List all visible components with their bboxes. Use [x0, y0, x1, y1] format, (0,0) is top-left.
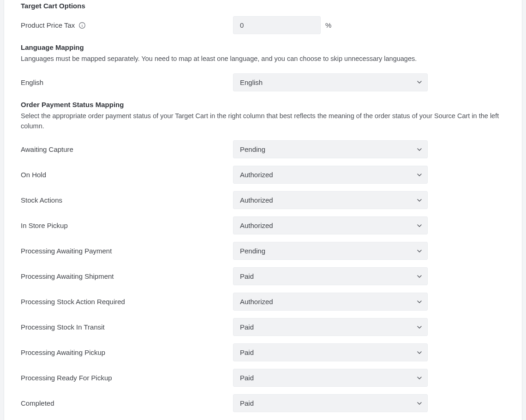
order-status-select-9[interactable]: PendingAuthorizedPaid: [233, 369, 428, 387]
language-select-0[interactable]: English: [233, 73, 428, 91]
product-price-tax-label: Product Price Tax: [21, 21, 75, 29]
language-mapping-desc: Languages must be mapped separately. You…: [21, 54, 505, 64]
order-status-row: Processing Awaiting PaymentPendingAuthor…: [21, 242, 505, 260]
order-status-row: Processing Awaiting ShipmentPendingAutho…: [21, 267, 505, 285]
language-row: EnglishEnglish: [21, 73, 505, 91]
order-status-row: On HoldPendingAuthorizedPaid: [21, 166, 505, 184]
order-status-row: Processing Awaiting PickupPendingAuthori…: [21, 343, 505, 361]
order-status-select-8[interactable]: PendingAuthorizedPaid: [233, 343, 428, 361]
target-cart-options-heading: Target Cart Options: [21, 0, 505, 16]
order-status-row: Processing Stock In TransitPendingAuthor…: [21, 318, 505, 336]
order-status-row-label: Processing Ready For Pickup: [21, 374, 112, 382]
order-status-row-label: Processing Stock Action Required: [21, 298, 125, 306]
order-status-row-label: Processing Awaiting Pickup: [21, 348, 105, 356]
order-status-select-1[interactable]: PendingAuthorizedPaid: [233, 166, 428, 184]
order-status-select-4[interactable]: PendingAuthorizedPaid: [233, 242, 428, 260]
order-status-select-2[interactable]: PendingAuthorizedPaid: [233, 191, 428, 209]
order-status-row-label: Awaiting Capture: [21, 145, 73, 153]
order-status-row: Awaiting CapturePendingAuthorizedPaid: [21, 140, 505, 158]
order-status-row: In Store PickupPendingAuthorizedPaid: [21, 216, 505, 234]
info-icon[interactable]: [78, 22, 86, 29]
percent-unit: %: [325, 21, 331, 29]
order-status-row: Processing Ready For PickupPendingAuthor…: [21, 369, 505, 387]
order-status-row: Stock ActionsPendingAuthorizedPaid: [21, 191, 505, 209]
order-status-select-10[interactable]: PendingAuthorizedPaid: [233, 394, 428, 412]
language-row-label: English: [21, 78, 43, 86]
svg-point-2: [82, 24, 83, 24]
order-status-row: Processing Stock Action RequiredPendingA…: [21, 293, 505, 311]
product-price-tax-input[interactable]: [233, 16, 321, 34]
order-status-select-7[interactable]: PendingAuthorizedPaid: [233, 318, 428, 336]
order-status-row-label: Processing Awaiting Payment: [21, 247, 112, 255]
order-status-row-label: Completed: [21, 399, 54, 407]
order-status-row-label: In Store Pickup: [21, 222, 68, 229]
order-status-row: CompletedPendingAuthorizedPaid: [21, 394, 505, 412]
order-status-row-label: On Hold: [21, 171, 46, 179]
product-price-tax-row: Product Price Tax %: [21, 16, 505, 34]
settings-panel: Target Cart Options Product Price Tax % …: [4, 0, 522, 420]
order-status-row-label: Processing Awaiting Shipment: [21, 272, 114, 280]
order-status-select-6[interactable]: PendingAuthorizedPaid: [233, 293, 428, 311]
order-status-select-5[interactable]: PendingAuthorizedPaid: [233, 267, 428, 285]
order-status-row-label: Processing Stock In Transit: [21, 323, 105, 331]
order-status-select-3[interactable]: PendingAuthorizedPaid: [233, 216, 428, 234]
order-status-row-label: Stock Actions: [21, 196, 62, 204]
order-status-select-0[interactable]: PendingAuthorizedPaid: [233, 140, 428, 158]
order-status-mapping-desc: Select the appropriate order payment sta…: [21, 111, 505, 132]
